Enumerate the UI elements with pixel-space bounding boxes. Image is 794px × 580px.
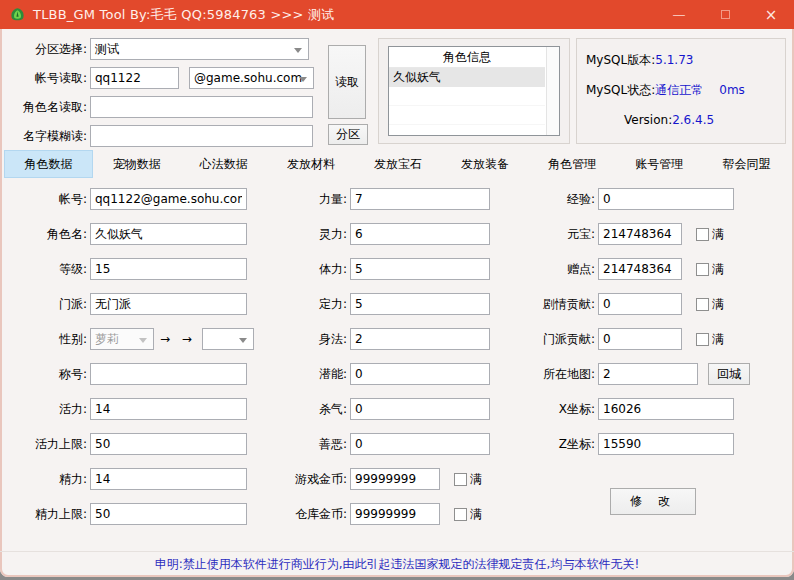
sect-contrib-row: 门派贡献: 满 [506, 328, 788, 350]
exp-field[interactable] [598, 188, 734, 210]
sect-row: 门派: [8, 293, 254, 315]
title-field[interactable] [90, 363, 247, 385]
killing-intent-row: 杀气: [274, 398, 502, 420]
yuanbao-field[interactable] [598, 223, 682, 245]
account-field[interactable] [90, 188, 247, 210]
max-checkbox-sect-contrib-label: 满 [712, 331, 724, 348]
fuzzy-read-input[interactable] [90, 125, 313, 147]
maximize-icon [721, 10, 730, 19]
return-city-button[interactable]: 回城 [708, 363, 750, 385]
vitality-max-field[interactable] [90, 433, 247, 455]
vitality-row: 活力: [8, 398, 254, 420]
gift-points-label: 赠点: [506, 261, 598, 278]
rolename-read-row: 角色名读取: [8, 96, 320, 118]
agility-field[interactable] [350, 328, 490, 350]
strength-row: 力量: [274, 188, 502, 210]
tab-guild-alliance[interactable]: 帮会同盟 [703, 150, 790, 178]
character-list-item[interactable]: 久似妖气 [389, 68, 545, 87]
minimize-button[interactable]: — [656, 0, 702, 29]
potential-label: 潜能: [274, 366, 350, 383]
character-list-empty-row [389, 87, 545, 106]
energy-field[interactable] [90, 468, 247, 490]
stamina-field[interactable] [350, 258, 490, 280]
domain-select-value: @game.sohu.com [194, 71, 302, 85]
morality-row: 善恶: [274, 433, 502, 455]
potential-field[interactable] [350, 363, 490, 385]
story-contrib-field[interactable] [598, 293, 682, 315]
chevron-down-icon [239, 338, 247, 343]
read-button[interactable]: 读取 [328, 45, 366, 119]
gift-points-field[interactable] [598, 258, 682, 280]
app-version-label: Version: [624, 113, 672, 127]
mysql-status-label: MySQL状态: [586, 83, 655, 97]
character-listbox[interactable]: 角色信息 久似妖气 [388, 46, 560, 136]
warehouse-gold-field[interactable] [350, 503, 440, 525]
max-checkbox-yuanbao[interactable] [696, 228, 709, 241]
character-info-panel: 角色信息 久似妖气 [378, 38, 570, 144]
partition-row: 分区选择: 测试 [8, 38, 320, 60]
strength-field[interactable] [350, 188, 490, 210]
x-coord-field[interactable] [598, 398, 734, 420]
level-label: 等级: [8, 261, 90, 278]
maximize-button[interactable] [702, 0, 748, 29]
tab-role-manage[interactable]: 角色管理 [529, 150, 616, 178]
tab-role-data[interactable]: 角色数据 [4, 150, 93, 178]
max-checkbox-game-gold[interactable] [454, 473, 467, 486]
map-label: 所在地图: [506, 366, 598, 383]
tab-give-gems[interactable]: 发放宝石 [354, 150, 441, 178]
warehouse-gold-row: 仓库金币: 满 [274, 503, 502, 525]
partition-label: 分区选择: [8, 41, 90, 58]
max-checkbox-game-gold-label: 满 [470, 471, 482, 488]
killing-intent-field[interactable] [350, 398, 490, 420]
max-checkbox-story-contrib[interactable] [696, 298, 709, 311]
modify-button[interactable]: 修 改 [610, 488, 696, 515]
game-gold-field[interactable] [350, 468, 440, 490]
tab-give-equipment[interactable]: 发放装备 [442, 150, 529, 178]
z-coord-field[interactable] [598, 433, 734, 455]
sect-contrib-label: 门派贡献: [506, 331, 598, 348]
domain-select[interactable]: @game.sohu.com [189, 67, 314, 89]
rolename-read-label: 角色名读取: [8, 99, 90, 116]
willpower-field[interactable] [350, 293, 490, 315]
rolename-field[interactable] [90, 223, 247, 245]
max-checkbox-warehouse-gold[interactable] [454, 508, 467, 521]
form-column-left: 帐号: 角色名: 等级: 门派: 性别: 萝莉 → → 称号: [8, 188, 254, 538]
game-gold-label: 游戏金币: [274, 471, 350, 488]
mysql-version-label: MySQL版本: [586, 53, 655, 67]
rolename-read-input[interactable] [90, 96, 313, 118]
morality-field[interactable] [350, 433, 490, 455]
tab-give-materials[interactable]: 发放材料 [267, 150, 354, 178]
gender-row: 性别: 萝莉 → → [8, 328, 254, 350]
vitality-field[interactable] [90, 398, 247, 420]
sect-contrib-field[interactable] [598, 328, 682, 350]
game-gold-row: 游戏金币: 满 [274, 468, 502, 490]
vitality-max-row: 活力上限: [8, 433, 254, 455]
tab-pet-data[interactable]: 宠物数据 [93, 150, 180, 178]
vitality-max-label: 活力上限: [8, 436, 90, 453]
energy-max-field[interactable] [90, 503, 247, 525]
account-read-input[interactable] [90, 67, 179, 89]
lookup-panel: 分区选择: 测试 帐号读取: @game.sohu.com 角色名读取: 名字模… [8, 38, 320, 154]
max-checkbox-gift-points[interactable] [696, 263, 709, 276]
partition-select[interactable]: 测试 [90, 38, 309, 60]
gender-target-select[interactable] [202, 328, 254, 350]
listbox-scrollbar[interactable] [546, 47, 559, 135]
partition-select-value: 测试 [95, 41, 119, 58]
max-checkbox-story-contrib-label: 满 [712, 296, 724, 313]
tab-mind-skill-data[interactable]: 心法数据 [180, 150, 267, 178]
max-checkbox-sect-contrib[interactable] [696, 333, 709, 346]
tab-account-manage[interactable]: 账号管理 [616, 150, 703, 178]
fuzzy-read-row: 名字模糊读: [8, 125, 320, 147]
gender-select[interactable]: 萝莉 [90, 328, 154, 350]
spirit-field[interactable] [350, 223, 490, 245]
killing-intent-label: 杀气: [274, 401, 350, 418]
close-button[interactable]: × [748, 0, 794, 29]
agility-row: 身法: [274, 328, 502, 350]
partition-button[interactable]: 分区 [328, 124, 368, 145]
energy-label: 精力: [8, 471, 90, 488]
sect-field[interactable] [90, 293, 247, 315]
map-id-field[interactable] [598, 363, 698, 385]
app-window: TLBB_GM Tool By:毛毛 QQ:5984763 >>> 测试 — ×… [0, 0, 794, 577]
story-contrib-row: 剧情贡献: 满 [506, 293, 788, 315]
level-field[interactable] [90, 258, 247, 280]
